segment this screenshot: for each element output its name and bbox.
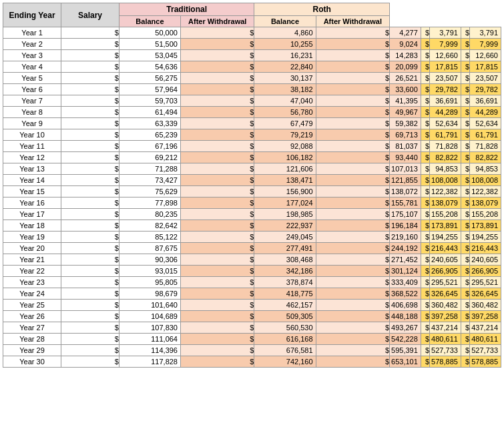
trad-withdrawal-dollar: $: [316, 50, 390, 61]
roth-withdrawal-dollar: $: [461, 243, 469, 254]
salary-value: 101,640: [119, 300, 180, 311]
trad-withdrawal-value: 653,101: [390, 356, 421, 368]
salary-value: 56,275: [119, 73, 180, 84]
roth-balance-dollar: $: [421, 334, 429, 345]
roth-balance-dollar: $: [421, 175, 429, 186]
roth-withdrawal-dollar: $: [461, 254, 469, 266]
trad-withdrawal-dollar: $: [316, 300, 390, 311]
roth-balance-dollar: $: [421, 266, 429, 277]
salary-value: 50,000: [119, 27, 180, 39]
roth-balance-dollar: $: [421, 220, 429, 232]
salary-value: 114,396: [119, 345, 180, 356]
year-cell: Year 2: [3, 39, 61, 50]
trad-balance-value: 198,985: [254, 209, 316, 220]
trad-balance-value: 462,157: [254, 300, 316, 311]
trad-withdrawal-value: 121,855: [390, 175, 421, 186]
trad-balance-dollar: $: [180, 84, 254, 95]
trad-balance-value: 418,775: [254, 288, 316, 300]
roth-balance-value: 266,905: [430, 266, 461, 277]
roth-balance-dollar: $: [421, 197, 429, 209]
trad-balance-dollar: $: [180, 186, 254, 197]
trad-withdrawal-dollar: $: [316, 175, 390, 186]
year-cell: Year 25: [3, 300, 61, 311]
table-row: Year 18$82,642$222,937$196,184$173,891$1…: [3, 220, 501, 232]
salary-value: 87,675: [119, 243, 180, 254]
salary-dollar-sign: $: [61, 356, 119, 368]
roth-withdrawal-dollar: $: [461, 118, 469, 129]
roth-balance-dollar: $: [421, 50, 429, 61]
roth-withdrawal-value: 52,634: [470, 118, 501, 129]
trad-balance-dollar: $: [180, 334, 254, 345]
roth-balance-dollar: $: [421, 322, 429, 334]
roth-withdrawal-value: 3,791: [470, 27, 501, 39]
roth-balance-value: 36,691: [430, 95, 461, 107]
table-row: Year 22$93,015$342,186$301,124$266,905$2…: [3, 266, 501, 277]
trad-withdrawal-value: 406,698: [390, 300, 421, 311]
trad-withdrawal-dollar: $: [316, 209, 390, 220]
trad-withdrawal-header: After Withdrawal: [180, 16, 254, 27]
table-row: Year 8$61,494$56,780$49,967$44,289$44,28…: [3, 107, 501, 118]
trad-balance-value: 67,479: [254, 118, 316, 129]
salary-value: 71,288: [119, 163, 180, 175]
year-cell: Year 16: [3, 197, 61, 209]
roth-balance-value: 138,079: [430, 197, 461, 209]
roth-withdrawal-dollar: $: [461, 27, 469, 39]
roth-withdrawal-dollar: $: [461, 300, 469, 311]
table-row: Year 24$98,679$418,775$368,522$326,645$3…: [3, 288, 501, 300]
trad-withdrawal-dollar: $: [316, 27, 390, 39]
salary-dollar-sign: $: [61, 334, 119, 345]
roth-balance-dollar: $: [421, 243, 429, 254]
trad-withdrawal-dollar: $: [316, 254, 390, 266]
year-cell: Year 14: [3, 175, 61, 186]
salary-value: 57,964: [119, 84, 180, 95]
year-cell: Year 22: [3, 266, 61, 277]
trad-withdrawal-value: 59,382: [390, 118, 421, 129]
roth-withdrawal-value: 108,008: [470, 175, 501, 186]
roth-withdrawal-value: 71,828: [470, 141, 501, 152]
trad-withdrawal-value: 93,440: [390, 152, 421, 163]
year-cell: Year 9: [3, 118, 61, 129]
trad-balance-value: 38,182: [254, 84, 316, 95]
year-cell: Year 6: [3, 84, 61, 95]
year-cell: Year 28: [3, 334, 61, 345]
trad-withdrawal-dollar: $: [316, 232, 390, 243]
roth-balance-value: 578,885: [430, 356, 461, 368]
roth-withdrawal-value: 578,885: [470, 356, 501, 368]
salary-value: 69,212: [119, 152, 180, 163]
salary-dollar-sign: $: [61, 311, 119, 322]
roth-balance-dollar: $: [421, 209, 429, 220]
trad-balance-value: 16,231: [254, 50, 316, 61]
roth-balance-dollar: $: [421, 141, 429, 152]
table-row: Year 6$57,964$38,182$33,600$29,782$29,78…: [3, 84, 501, 95]
roth-withdrawal-value: 7,999: [470, 39, 501, 50]
salary-value: 59,703: [119, 95, 180, 107]
trad-balance-value: 56,780: [254, 107, 316, 118]
table-row: Year 20$87,675$277,491$244,192$216,443$2…: [3, 243, 501, 254]
table-row: Year 21$90,306$308,468$271,452$240,605$2…: [3, 254, 501, 266]
roth-withdrawal-value: 36,691: [470, 95, 501, 107]
table-row: Year 3$53,045$16,231$14,283$12,660$12,66…: [3, 50, 501, 61]
salary-dollar-sign: $: [61, 152, 119, 163]
table-row: Year 11$67,196$92,088$81,037$71,828$71,8…: [3, 141, 501, 152]
comparison-table: Ending Year Salary Traditional Roth Bala…: [3, 3, 501, 368]
trad-balance-value: 378,874: [254, 277, 316, 288]
salary-dollar-sign: $: [61, 209, 119, 220]
salary-value: 51,500: [119, 39, 180, 50]
trad-balance-value: 47,040: [254, 95, 316, 107]
trad-balance-value: 222,937: [254, 220, 316, 232]
roth-balance-value: 44,289: [430, 107, 461, 118]
roth-balance-value: 12,660: [430, 50, 461, 61]
traditional-header: Traditional: [119, 3, 254, 16]
year-cell: Year 26: [3, 311, 61, 322]
salary-dollar-sign: $: [61, 39, 119, 50]
salary-value: 65,239: [119, 129, 180, 141]
table-row: Year 9$63,339$67,479$59,382$52,634$52,63…: [3, 118, 501, 129]
trad-balance-dollar: $: [180, 254, 254, 266]
roth-balance-dollar: $: [421, 27, 429, 39]
header-row-top: Ending Year Salary Traditional Roth: [3, 3, 501, 16]
trad-balance-dollar: $: [180, 50, 254, 61]
trad-withdrawal-value: 542,228: [390, 334, 421, 345]
table-row: Year 25$101,640$462,157$406,698$360,482$…: [3, 300, 501, 311]
trad-balance-dollar: $: [180, 61, 254, 73]
roth-withdrawal-value: 29,782: [470, 84, 501, 95]
